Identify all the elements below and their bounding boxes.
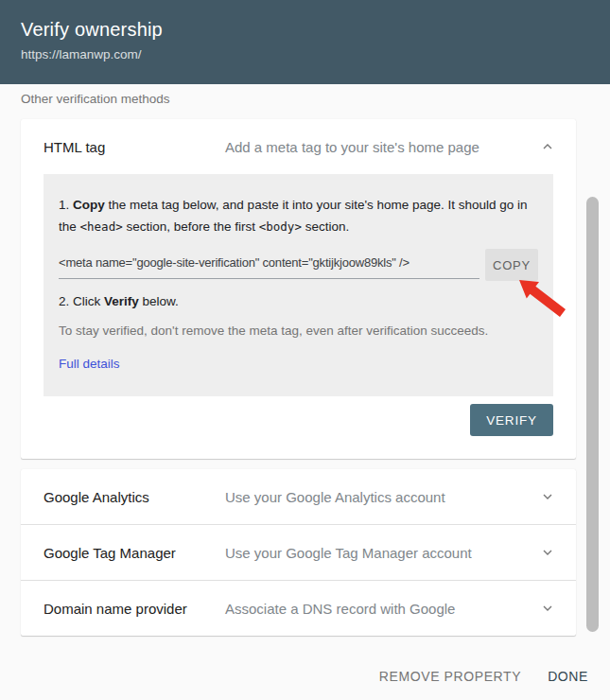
copy-button[interactable]: COPY [485,249,538,281]
chevron-down-icon[interactable] [540,489,555,504]
chevron-down-icon[interactable] [540,601,555,616]
method-row-google-analytics[interactable]: Google Analytics Use your Google Analyti… [21,469,576,524]
meta-tag-row: <meta name="google-site-verification" co… [59,249,538,281]
method-subtitle: Use your Google Analytics account [225,489,540,505]
method-row-domain-name-provider[interactable]: Domain name provider Associate a DNS rec… [21,581,576,636]
remove-property-button[interactable]: REMOVE PROPERTY [379,669,521,684]
html-tag-panel: HTML tag Add a meta tag to your site's h… [21,119,576,459]
verify-button[interactable]: VERIFY [470,404,553,436]
scrollbar-thumb[interactable] [586,197,599,632]
verify-ownership-dialog: Verify ownership https://lamanwp.com/ Ot… [0,0,610,700]
panel-title: HTML tag [44,139,225,155]
stay-verified-note: To stay verified, don't remove the meta … [59,324,538,338]
panel-subtitle: Add a meta tag to your site's home page [225,139,540,155]
dialog-footer: REMOVE PROPERTY DONE [0,653,610,700]
method-row-google-tag-manager[interactable]: Google Tag Manager Use your Google Tag M… [21,525,576,580]
section-label: Other verification methods [0,84,610,111]
other-methods-list: Google Analytics Use your Google Analyti… [21,469,576,636]
html-tag-panel-header[interactable]: HTML tag Add a meta tag to your site's h… [21,119,576,174]
chevron-down-icon[interactable] [540,545,555,560]
step1-text: 1. Copy the meta tag below, and paste it… [59,195,538,237]
dialog-header: Verify ownership https://lamanwp.com/ [0,0,610,84]
method-subtitle: Associate a DNS record with Google [225,601,540,617]
instruction-box: 1. Copy the meta tag below, and paste it… [44,174,553,396]
method-title: Domain name provider [44,601,225,617]
head-tag-code: <head> [80,219,123,234]
method-subtitle: Use your Google Tag Manager account [225,545,540,561]
method-title: Google Analytics [44,489,225,505]
chevron-up-icon[interactable] [540,139,555,154]
done-button[interactable]: DONE [548,669,588,684]
method-title: Google Tag Manager [44,545,225,561]
step2-text: 2. Click Verify below. [59,294,538,308]
verify-button-row: VERIFY [21,396,576,459]
meta-tag-field[interactable]: <meta name="google-site-verification" co… [59,251,479,279]
page-title: Verify ownership [21,19,589,41]
property-url: https://lamanwp.com/ [21,47,589,61]
body-tag-code: <body> [259,219,302,234]
full-details-link[interactable]: Full details [59,357,120,371]
